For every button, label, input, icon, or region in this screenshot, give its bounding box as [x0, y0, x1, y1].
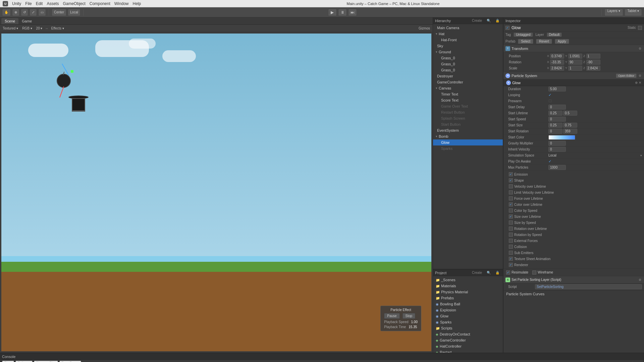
tab-game[interactable]: Game — [18, 18, 35, 24]
hier-restart-btn[interactable]: Restart Button — [433, 109, 503, 115]
menu-window[interactable]: Window — [114, 1, 129, 6]
resimulate-label[interactable]: ✓ Resimulate — [506, 270, 528, 275]
collision-checkbox[interactable] — [509, 245, 513, 249]
hierarchy-search-btn[interactable]: 🔍 — [485, 19, 492, 22]
proj-materials[interactable]: 📁Materials — [433, 283, 503, 289]
hier-splash-screen[interactable]: Splash Screen — [433, 115, 503, 121]
position-y[interactable] — [568, 54, 582, 59]
proj-scenes[interactable]: 📁_Scenes — [433, 277, 503, 283]
resimulate-check[interactable]: ✓ — [506, 270, 510, 275]
hier-ground[interactable]: ▾Ground — [433, 49, 503, 55]
start-lifetime-max[interactable] — [563, 111, 577, 116]
prefab-select-btn[interactable]: Select — [518, 39, 533, 44]
start-rotation-max[interactable] — [563, 129, 577, 134]
hier-hat[interactable]: ▾Hat — [433, 31, 503, 37]
static-checkbox[interactable] — [638, 26, 642, 30]
position-z[interactable] — [586, 54, 600, 59]
play-button[interactable]: ▶ — [328, 9, 337, 16]
error-pause-btn[interactable]: Error Pause — [59, 361, 81, 362]
pause-button[interactable]: ⏸ — [338, 9, 347, 16]
hier-timer-text[interactable]: Timer Text — [433, 91, 503, 97]
center-button[interactable]: Center — [52, 9, 66, 16]
clear-on-play-btn[interactable]: Clear on Play — [34, 361, 58, 362]
scale-z[interactable] — [586, 66, 600, 71]
proj-prefabs[interactable]: 📁Prefabs — [433, 295, 503, 301]
hand-tool[interactable]: ✋ — [2, 9, 11, 16]
start-speed-input[interactable] — [548, 117, 566, 122]
sp-settings-btn[interactable]: ⚙ — [638, 278, 642, 282]
tag-value[interactable]: Untagged — [514, 33, 533, 37]
hier-start-button[interactable]: Start Button — [433, 121, 503, 127]
gravity-input[interactable] — [548, 141, 566, 146]
proj-explosion[interactable]: ◉Explosion — [433, 307, 503, 313]
wireframe-check[interactable] — [532, 270, 536, 275]
sub-emitters-checkbox[interactable] — [509, 251, 513, 255]
rotation-speed-checkbox[interactable] — [509, 233, 513, 237]
menu-edit[interactable]: Edit — [36, 1, 43, 6]
object-active-checkbox[interactable]: ✓ — [505, 26, 509, 30]
scale-tool[interactable]: ⤢ — [30, 9, 37, 16]
hier-grass-0a[interactable]: Grass_0 — [433, 55, 503, 61]
menu-file[interactable]: File — [25, 1, 32, 6]
collapse-btn[interactable]: Collapse — [15, 361, 33, 362]
start-color-swatch[interactable] — [548, 135, 575, 140]
ps-settings-btn[interactable]: ⚙ — [638, 74, 642, 77]
menu-unity[interactable]: Unity — [12, 1, 21, 6]
scale-x[interactable] — [550, 66, 564, 71]
transform-settings-btn[interactable]: ⚙ — [638, 47, 642, 50]
hier-eventsystem[interactable]: EventSystem — [433, 127, 503, 133]
rect-tool[interactable]: ▭ — [38, 9, 46, 16]
hier-score-text[interactable]: Score Text — [433, 97, 503, 103]
duration-input[interactable] — [548, 86, 566, 92]
rotation-y[interactable] — [568, 60, 582, 65]
wireframe-label[interactable]: Wireframe — [532, 270, 553, 275]
proj-physics[interactable]: 📁Physics Material — [433, 289, 503, 295]
start-size-max[interactable] — [563, 123, 577, 128]
force-checkbox[interactable] — [509, 196, 513, 200]
particle-system-header[interactable]: ✦ Particle System Open Editor ⚙ — [503, 72, 644, 79]
hier-canvas[interactable]: ▾Canvas — [433, 85, 503, 91]
hier-main-camera[interactable]: Main Camera — [433, 25, 503, 31]
max-particles-input[interactable] — [548, 165, 566, 170]
hier-sky[interactable]: Sky — [433, 43, 503, 49]
rotation-x[interactable] — [550, 60, 564, 65]
rgb-control[interactable]: RGB ▾ — [21, 26, 33, 30]
zoom-control[interactable]: 20 ▾ — [35, 26, 44, 30]
hier-gamecontroller[interactable]: GameController — [433, 79, 503, 85]
effects-control[interactable]: Effects ▾ — [50, 26, 65, 30]
pause-button-pe[interactable]: Pause — [384, 313, 399, 319]
color-speed-checkbox[interactable] — [509, 208, 513, 213]
renderer-checkbox[interactable]: ✓ — [509, 263, 513, 267]
set-particle-header[interactable]: S Set Particle Sorting Layer (Script) ⚙ — [503, 276, 644, 284]
menu-assets[interactable]: Assets — [47, 1, 59, 6]
start-rotation-min[interactable] — [548, 129, 562, 134]
hier-grass-0c[interactable]: Grass_0 — [433, 67, 503, 73]
gizmos-control[interactable]: Gizmos — [417, 26, 431, 30]
emission-checkbox[interactable]: ✓ — [509, 172, 513, 176]
proj-sparks[interactable]: ◉Sparks — [433, 319, 503, 325]
proj-restart[interactable]: ◈Restart — [433, 349, 503, 353]
layers-dropdown[interactable]: Layers ▾ — [604, 9, 623, 16]
open-editor-btn[interactable]: Open Editor — [616, 73, 637, 78]
hier-bomb[interactable]: ▾Bomb — [433, 133, 503, 139]
prefab-apply-btn[interactable]: Apply — [555, 39, 569, 44]
size-speed-checkbox[interactable] — [509, 221, 513, 225]
hier-glow[interactable]: Glow — [433, 139, 503, 145]
proj-hat[interactable]: ◈HatController — [433, 343, 503, 349]
inherit-velocity-input[interactable] — [548, 147, 566, 152]
hier-grass-0b[interactable]: Grass_0 — [433, 61, 503, 67]
hierarchy-create-btn[interactable]: Create — [471, 19, 483, 22]
clear-btn[interactable]: Clear — [2, 361, 14, 362]
rotate-tool[interactable]: ↺ — [21, 9, 28, 16]
color-lifetime-checkbox[interactable]: ✓ — [509, 202, 513, 206]
tablet-dropdown[interactable]: Tablet ▾ — [625, 9, 642, 16]
proj-gc[interactable]: ◈GameController — [433, 337, 503, 343]
hier-hat-front[interactable]: Hat-Front — [433, 37, 503, 43]
project-lock-btn[interactable]: 🔒 — [494, 271, 501, 275]
hierarchy-lock-btn[interactable]: 🔒 — [494, 19, 501, 22]
step-button[interactable]: ⏭ — [348, 9, 357, 16]
layer-value[interactable]: Default — [547, 33, 562, 37]
proj-bowling-ball[interactable]: ◉Bowling Ball — [433, 301, 503, 307]
size-lifetime-checkbox[interactable]: ✓ — [509, 215, 513, 219]
start-delay-input[interactable] — [548, 105, 566, 110]
